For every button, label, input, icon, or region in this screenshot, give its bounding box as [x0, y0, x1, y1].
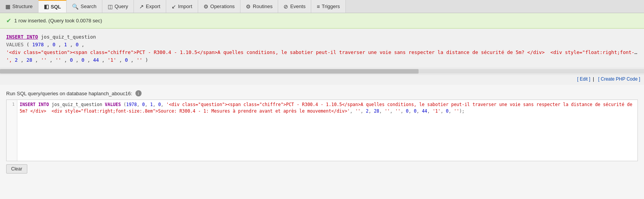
info-icon[interactable]: i	[135, 90, 142, 96]
success-checkmark-icon: ✔	[6, 17, 11, 24]
horizontal-scrollbar[interactable]	[0, 68, 644, 75]
edit-link[interactable]: [ Edit ]	[577, 76, 590, 82]
sql-line-4: ', 2 , 28 , '' , '' , 0 , 0 , 44 , '1' ,…	[6, 56, 638, 64]
tab-events-label: Events	[290, 3, 305, 9]
sql-icon: ◧	[44, 3, 49, 10]
tab-import[interactable]: ↙ Import	[166, 0, 198, 13]
tab-routines-label: Routines	[253, 3, 272, 9]
tab-search[interactable]: 🔍 Search	[67, 0, 102, 13]
clear-button[interactable]: Clear	[6, 164, 27, 174]
success-bar: ✔ 1 row inserted. (Query took 0.0078 sec…	[0, 13, 644, 29]
tab-query-label: Query	[115, 3, 128, 9]
tab-triggers[interactable]: ≡ Triggers	[311, 0, 345, 13]
sql-box-label-text: Run SQL query/queries on database haplan…	[6, 91, 132, 96]
tab-export[interactable]: ↗ Export	[134, 0, 166, 13]
success-message: 1 row inserted. (Query took 0.0078 sec)	[14, 18, 102, 24]
sql-line-3: '<div class="question"><span class="chif…	[6, 49, 638, 56]
export-icon: ↗	[139, 3, 144, 10]
tab-triggers-label: Triggers	[322, 3, 340, 9]
sql-box-section: Run SQL query/queries on database haplan…	[0, 85, 644, 179]
sql-line-2: VALUES ( 1978 , 0 , 1 , 0 ,	[6, 41, 638, 49]
routines-icon: ⚙	[246, 3, 251, 10]
tab-search-label: Search	[80, 3, 96, 9]
sql-result-area: INSERT INTO jos_quiz_t_question VALUES (…	[0, 29, 644, 68]
import-icon: ↙	[172, 3, 176, 10]
tab-operations[interactable]: ⚙ Operations	[198, 0, 241, 13]
sql-line-1: INSERT INTO jos_quiz_t_question	[6, 33, 638, 41]
search-icon: 🔍	[72, 3, 78, 10]
editor-content-area[interactable]: INSERT INTO jos_quiz_t_question VALUES (…	[17, 100, 637, 161]
tab-operations-label: Operations	[210, 3, 235, 9]
query-icon: ◫	[108, 3, 113, 10]
create-php-code-link[interactable]: [ Create PHP Code ]	[598, 76, 640, 82]
tab-query[interactable]: ◫ Query	[102, 0, 134, 13]
tab-sql[interactable]: ◧ SQL	[38, 0, 67, 13]
tab-import-label: Import	[178, 3, 192, 9]
sql-box-label-row: Run SQL query/queries on database haplan…	[6, 90, 638, 96]
structure-icon: ▦	[5, 3, 10, 10]
action-links: [ Edit ] | [ Create PHP Code ]	[0, 75, 644, 85]
tab-structure[interactable]: ▦ Structure	[0, 0, 38, 13]
sql-editor[interactable]: 1 INSERT INTO jos_quiz_t_question VALUES…	[6, 100, 638, 161]
operations-icon: ⚙	[204, 3, 209, 10]
tab-routines[interactable]: ⚙ Routines	[240, 0, 278, 13]
events-icon: ⊘	[284, 3, 288, 10]
tab-sql-label: SQL	[51, 4, 61, 10]
line-numbers: 1	[7, 100, 17, 161]
tab-structure-label: Structure	[12, 3, 33, 9]
tab-export-label: Export	[146, 3, 160, 9]
sql-code-display: INSERT INTO jos_quiz_t_question VALUES (…	[6, 33, 638, 68]
tab-events[interactable]: ⊘ Events	[278, 0, 311, 13]
tab-bar: ▦ Structure ◧ SQL 🔍 Search ◫ Query ↗ Exp…	[0, 0, 644, 13]
triggers-icon: ≡	[317, 3, 320, 10]
